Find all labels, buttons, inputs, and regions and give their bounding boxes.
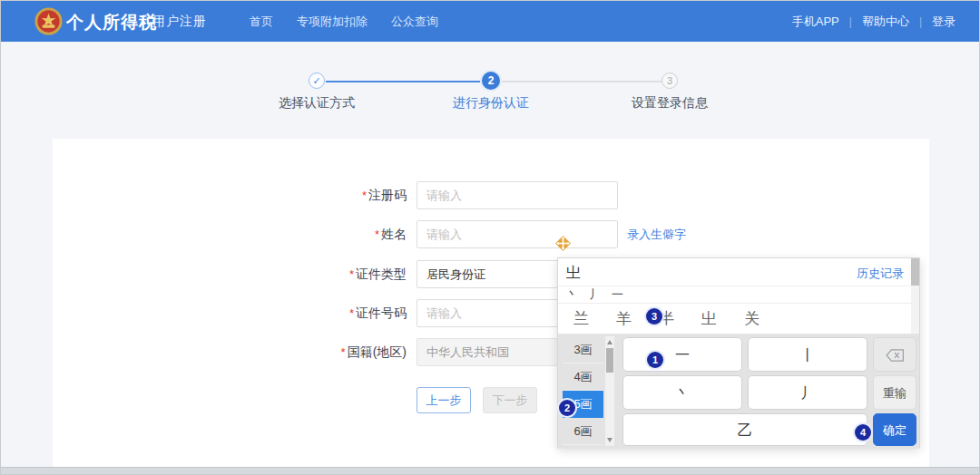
page-subtitle: 用户注册	[152, 14, 207, 30]
key-heng[interactable]: 一	[622, 337, 742, 372]
step3-label: 设置登录信息	[606, 95, 733, 111]
label-name: *姓名	[291, 220, 407, 248]
key-shu[interactable]: 丨	[748, 337, 867, 372]
step1-check-icon: ✓	[309, 73, 325, 89]
bottom-edge-strip	[1, 467, 979, 474]
ime-scrollbar-thumb[interactable]	[911, 258, 919, 286]
label-registration-code: *注册码	[291, 181, 407, 209]
key-dian[interactable]: 丶	[622, 375, 742, 410]
registration-page: 个人所得税 | 用户注册 首页 专项附加扣除 公众查询 手机APP | 帮助中心…	[0, 0, 980, 475]
callout-badge-2: 2	[559, 400, 575, 416]
ime-history-link[interactable]: 历史记录	[857, 266, 904, 282]
step1-label: 选择认证方式	[253, 95, 380, 111]
step2-indicator: 2	[482, 72, 500, 90]
ime-entered-strokes: 丶 丿 一	[558, 286, 912, 304]
link-login[interactable]: 登录	[932, 14, 956, 30]
backspace-icon	[886, 349, 905, 362]
stroke-entered: 丶	[566, 286, 578, 303]
link-help-center[interactable]: 帮助中心	[862, 14, 909, 30]
stroke-entered: 丿	[589, 286, 601, 303]
callout-badge-1: 1	[647, 352, 663, 368]
header-links: 手机APP | 帮助中心 | 登录	[792, 1, 956, 42]
label-nationality: *国籍(地区)	[291, 338, 407, 366]
top-header: 个人所得税 | 用户注册 首页 专项附加扣除 公众查询 手机APP | 帮助中心…	[1, 1, 979, 42]
registration-code-input[interactable]	[416, 181, 618, 209]
candidate-char[interactable]: 㞢	[701, 308, 717, 329]
link-divider: |	[849, 15, 852, 28]
step3-indicator: 3	[662, 73, 678, 89]
scroll-up-icon[interactable]	[607, 340, 612, 344]
stroke-count-3[interactable]: 3画	[563, 336, 603, 364]
nav-special-deduction[interactable]: 专项附加扣除	[297, 14, 368, 30]
key-yi[interactable]: 乙	[622, 413, 867, 446]
stepper-line-done	[326, 81, 482, 82]
nav-home[interactable]: 首页	[250, 14, 273, 30]
ime-composed-character: 㞢	[566, 264, 581, 283]
key-backspace[interactable]	[873, 337, 916, 372]
key-pie[interactable]: 丿	[748, 375, 867, 410]
scroll-down-icon[interactable]	[607, 438, 612, 442]
link-divider: |	[919, 15, 922, 28]
candidate-char[interactable]: 关	[744, 308, 760, 329]
stepper-line-pending	[502, 81, 662, 82]
step2-label: 进行身份认证	[427, 95, 554, 111]
stroke-entered: 一	[612, 286, 623, 303]
title-divider: |	[142, 13, 145, 27]
ime-candidate-row: 兰 羊 半 㞢 关	[558, 304, 912, 334]
previous-step-button[interactable]: 上一步	[416, 387, 471, 413]
stroke-count-6[interactable]: 6画	[563, 418, 603, 445]
move-drag-icon[interactable]	[554, 234, 573, 253]
ime-scrollbar-track[interactable]	[911, 258, 919, 334]
main-nav: 首页 专项附加扣除 公众查询	[250, 1, 438, 42]
stroke-ime-panel: 㞢 历史记录 丶 丿 一 兰 羊 半 㞢 关 3画 4画 5画 6画	[557, 257, 920, 448]
stroke-count-scroll-thumb[interactable]	[606, 348, 613, 373]
link-mobile-app[interactable]: 手机APP	[792, 14, 839, 30]
candidate-char[interactable]: 羊	[616, 308, 632, 329]
key-confirm[interactable]: 确定	[873, 413, 916, 446]
name-input[interactable]	[416, 220, 618, 248]
candidate-char[interactable]: 兰	[573, 308, 589, 329]
national-emblem-logo	[34, 6, 64, 36]
stroke-count-list: 3画 4画 5画 6画	[563, 336, 603, 445]
stroke-count-4[interactable]: 4画	[563, 364, 603, 391]
callout-badge-3: 3	[646, 308, 662, 325]
ime-composition-bar: 㞢 历史记录	[558, 258, 919, 286]
callout-badge-4: 4	[855, 424, 871, 441]
label-id-type: *证件类型	[291, 260, 407, 288]
stroke-count-scrollbar[interactable]	[605, 336, 614, 446]
rare-character-link[interactable]: 录入生僻字	[627, 227, 686, 243]
label-id-number: *证件号码	[291, 299, 407, 327]
next-step-button[interactable]: 下一步	[483, 387, 537, 413]
nav-public-inquiry[interactable]: 公众查询	[391, 14, 438, 30]
key-reenter[interactable]: 重输	[873, 375, 916, 410]
